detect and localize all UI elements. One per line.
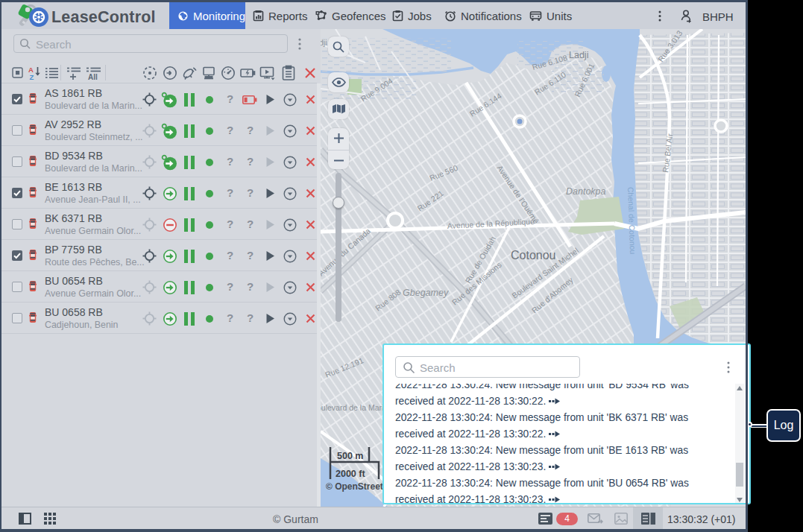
- svg-text:All: All: [88, 73, 98, 80]
- svg-text:500 m: 500 m: [337, 451, 363, 461]
- svg-text:2000 ft: 2000 ft: [336, 469, 365, 479]
- svg-text:Dantokpa: Dantokpa: [566, 186, 606, 197]
- svg-text:dji: dji: [321, 38, 327, 47]
- svg-text:Z: Z: [30, 73, 34, 80]
- svg-text:Cotonou: Cotonou: [511, 249, 556, 262]
- svg-text:Gbegamey: Gbegamey: [403, 288, 449, 298]
- svg-text:Boulevard de la Marina: Boulevard de la Marina: [321, 403, 392, 412]
- svg-text:Ladji: Ladji: [569, 50, 588, 60]
- svg-text:A: A: [28, 66, 34, 74]
